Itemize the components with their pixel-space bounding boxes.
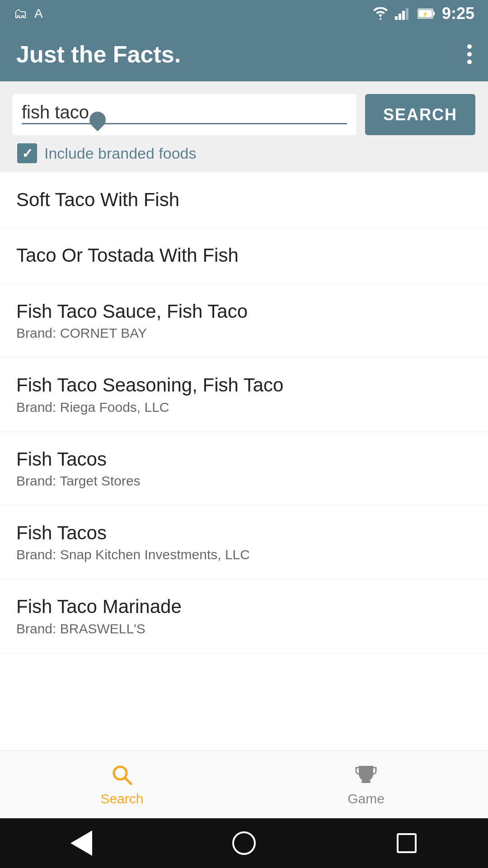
search-input[interactable] [22, 102, 347, 123]
system-nav [0, 818, 488, 868]
result-brand: Brand: CORNET BAY [16, 326, 472, 341]
result-brand: Brand: Target Stores [16, 473, 472, 489]
checkbox-row: ✓ Include branded foods [13, 143, 475, 163]
result-brand: Brand: Riega Foods, LLC [16, 400, 472, 415]
recents-button[interactable] [393, 830, 420, 857]
nav-item-search[interactable]: Search [0, 751, 244, 818]
list-item[interactable]: Fish TacosBrand: Snap Kitchen Investment… [0, 505, 488, 579]
nav-label-game: Game [347, 791, 385, 807]
list-item[interactable]: Fish Taco Sauce, Fish TacoBrand: CORNET … [0, 284, 488, 358]
svg-rect-2 [399, 14, 401, 20]
result-name: Fish Tacos [16, 448, 472, 471]
list-item[interactable]: Fish Taco Seasoning, Fish TacoBrand: Rie… [0, 358, 488, 431]
svg-text:⚡: ⚡ [422, 11, 428, 17]
svg-rect-3 [402, 11, 405, 20]
sim-card-icon: 🗂 [14, 6, 27, 21]
bottom-nav: Search Game [0, 750, 488, 818]
search-area: SEARCH ✓ Include branded foods [0, 81, 488, 172]
svg-rect-4 [406, 8, 408, 20]
result-brand: Brand: Snap Kitchen Investments, LLC [16, 547, 472, 562]
status-left-icons: 🗂 A [14, 6, 43, 21]
result-name: Fish Tacos [16, 522, 472, 544]
nav-label-search: Search [100, 791, 143, 807]
back-icon [70, 830, 92, 856]
svg-point-0 [380, 18, 381, 20]
status-time: 9:25 [442, 4, 474, 23]
list-item[interactable]: Soft Taco With Fish [0, 172, 488, 228]
checkmark-icon: ✓ [22, 146, 33, 161]
svg-line-10 [125, 778, 131, 784]
status-bar: 🗂 A ⚡ 9:25 [0, 0, 488, 27]
battery-icon: ⚡ [418, 7, 436, 20]
home-icon [232, 831, 256, 855]
nav-item-game[interactable]: Game [244, 751, 488, 818]
svg-rect-1 [395, 16, 398, 20]
more-options-button[interactable] [467, 44, 472, 64]
svg-rect-6 [433, 12, 435, 15]
list-item[interactable]: Taco Or Tostada With Fish [0, 228, 488, 283]
result-name: Taco Or Tostada With Fish [16, 244, 472, 267]
keyboard-icon: A [34, 6, 43, 21]
app-bar: Just the Facts. [0, 27, 488, 81]
search-underline [22, 123, 347, 124]
results-list: Soft Taco With FishTaco Or Tostada With … [0, 172, 488, 750]
result-name: Fish Taco Sauce, Fish Taco [16, 300, 472, 323]
search-row: SEARCH [13, 94, 475, 135]
home-button[interactable] [230, 830, 258, 857]
include-branded-label: Include branded foods [44, 145, 196, 162]
list-item[interactable]: Fish TacosBrand: Target Stores [0, 432, 488, 505]
signal-icon [395, 7, 411, 20]
wifi-icon [372, 7, 389, 20]
result-name: Fish Taco Seasoning, Fish Taco [16, 374, 472, 396]
result-name: Fish Taco Marinade [16, 595, 472, 618]
result-name: Soft Taco With Fish [16, 189, 472, 211]
search-nav-icon [110, 763, 134, 787]
search-button[interactable]: SEARCH [365, 94, 475, 135]
result-brand: Brand: BRASWELL'S [16, 621, 472, 637]
status-right-icons: ⚡ 9:25 [372, 4, 474, 23]
back-button[interactable] [68, 830, 95, 857]
trophy-icon [354, 763, 378, 787]
app-title: Just the Facts. [16, 41, 181, 68]
search-input-container [13, 94, 356, 135]
list-item[interactable]: Fish Taco MarinadeBrand: BRASWELL'S [0, 579, 488, 653]
include-branded-checkbox[interactable]: ✓ [17, 143, 37, 163]
recents-icon [397, 833, 417, 853]
